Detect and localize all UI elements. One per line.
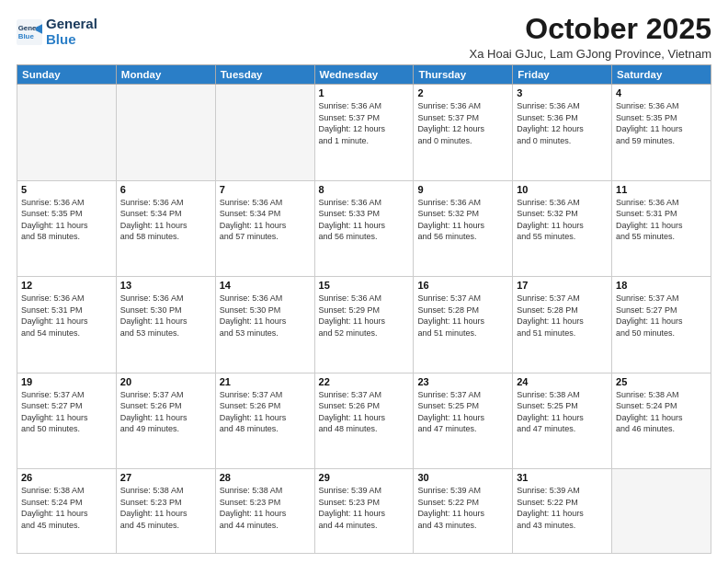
week-row-1: 5Sunrise: 5:36 AM Sunset: 5:35 PM Daylig… [17, 180, 711, 277]
day-info: Sunrise: 5:36 AM Sunset: 5:35 PM Dayligh… [21, 197, 112, 243]
day-info: Sunrise: 5:38 AM Sunset: 5:24 PM Dayligh… [616, 389, 707, 435]
day-info: Sunrise: 5:38 AM Sunset: 5:25 PM Dayligh… [517, 389, 608, 435]
day-number: 13 [120, 280, 211, 291]
day-number: 9 [417, 184, 508, 195]
day-cell: 23Sunrise: 5:37 AM Sunset: 5:25 PM Dayli… [414, 373, 513, 469]
col-thursday: Thursday [414, 65, 513, 85]
day-info: Sunrise: 5:37 AM Sunset: 5:26 PM Dayligh… [319, 389, 410, 435]
day-cell: 26Sunrise: 5:38 AM Sunset: 5:24 PM Dayli… [17, 469, 117, 554]
day-cell: 3Sunrise: 5:36 AM Sunset: 5:36 PM Daylig… [513, 85, 612, 181]
day-number: 17 [517, 280, 608, 291]
day-cell: 18Sunrise: 5:37 AM Sunset: 5:27 PM Dayli… [612, 277, 711, 373]
day-info: Sunrise: 5:36 AM Sunset: 5:30 PM Dayligh… [120, 293, 211, 339]
day-cell: 16Sunrise: 5:37 AM Sunset: 5:28 PM Dayli… [414, 277, 513, 373]
col-tuesday: Tuesday [215, 65, 314, 85]
day-cell: 20Sunrise: 5:37 AM Sunset: 5:26 PM Dayli… [116, 373, 215, 469]
day-info: Sunrise: 5:36 AM Sunset: 5:32 PM Dayligh… [417, 197, 508, 243]
day-info: Sunrise: 5:36 AM Sunset: 5:37 PM Dayligh… [319, 100, 410, 146]
day-number: 24 [517, 376, 608, 387]
day-number: 16 [417, 280, 508, 291]
calendar: Sunday Monday Tuesday Wednesday Thursday… [17, 64, 711, 554]
day-cell: 17Sunrise: 5:37 AM Sunset: 5:28 PM Dayli… [513, 277, 612, 373]
day-info: Sunrise: 5:36 AM Sunset: 5:31 PM Dayligh… [21, 293, 112, 339]
logo-icon: General Blue [17, 19, 42, 45]
month-title: October 2025 [470, 13, 712, 45]
day-number: 29 [319, 472, 410, 483]
day-info: Sunrise: 5:36 AM Sunset: 5:36 PM Dayligh… [517, 100, 608, 146]
week-row-0: 1Sunrise: 5:36 AM Sunset: 5:37 PM Daylig… [17, 85, 711, 181]
day-number: 25 [616, 376, 707, 387]
day-cell [116, 85, 215, 181]
col-friday: Friday [513, 65, 612, 85]
col-monday: Monday [116, 65, 215, 85]
day-number: 10 [517, 184, 608, 195]
day-cell [612, 469, 711, 554]
day-info: Sunrise: 5:36 AM Sunset: 5:32 PM Dayligh… [517, 197, 608, 243]
day-info: Sunrise: 5:36 AM Sunset: 5:35 PM Dayligh… [616, 100, 707, 146]
col-wednesday: Wednesday [314, 65, 414, 85]
day-info: Sunrise: 5:39 AM Sunset: 5:22 PM Dayligh… [417, 485, 508, 531]
day-info: Sunrise: 5:39 AM Sunset: 5:23 PM Dayligh… [319, 485, 410, 531]
day-cell: 22Sunrise: 5:37 AM Sunset: 5:26 PM Dayli… [314, 373, 414, 469]
day-cell: 29Sunrise: 5:39 AM Sunset: 5:23 PM Dayli… [314, 469, 414, 554]
day-cell: 19Sunrise: 5:37 AM Sunset: 5:27 PM Dayli… [17, 373, 117, 469]
day-info: Sunrise: 5:36 AM Sunset: 5:37 PM Dayligh… [417, 100, 508, 146]
day-cell: 4Sunrise: 5:36 AM Sunset: 5:35 PM Daylig… [612, 85, 711, 181]
logo-line2: Blue [46, 31, 76, 47]
day-info: Sunrise: 5:38 AM Sunset: 5:24 PM Dayligh… [21, 485, 112, 531]
day-cell: 24Sunrise: 5:38 AM Sunset: 5:25 PM Dayli… [513, 373, 612, 469]
day-cell: 12Sunrise: 5:36 AM Sunset: 5:31 PM Dayli… [17, 277, 117, 373]
day-info: Sunrise: 5:37 AM Sunset: 5:28 PM Dayligh… [517, 293, 608, 339]
day-info: Sunrise: 5:38 AM Sunset: 5:23 PM Dayligh… [120, 485, 211, 531]
day-info: Sunrise: 5:37 AM Sunset: 5:28 PM Dayligh… [417, 293, 508, 339]
day-info: Sunrise: 5:36 AM Sunset: 5:31 PM Dayligh… [616, 197, 707, 243]
day-cell: 25Sunrise: 5:38 AM Sunset: 5:24 PM Dayli… [612, 373, 711, 469]
day-cell: 28Sunrise: 5:38 AM Sunset: 5:23 PM Dayli… [215, 469, 314, 554]
day-info: Sunrise: 5:37 AM Sunset: 5:27 PM Dayligh… [21, 389, 112, 435]
day-number: 15 [319, 280, 410, 291]
day-number: 22 [319, 376, 410, 387]
logo: General Blue General Blue [17, 17, 97, 47]
day-cell: 1Sunrise: 5:36 AM Sunset: 5:37 PM Daylig… [314, 85, 414, 181]
col-sunday: Sunday [17, 65, 117, 85]
page: General Blue General Blue October 2025 X… [0, 0, 728, 563]
week-row-4: 26Sunrise: 5:38 AM Sunset: 5:24 PM Dayli… [17, 469, 711, 554]
day-info: Sunrise: 5:37 AM Sunset: 5:25 PM Dayligh… [417, 389, 508, 435]
day-number: 8 [319, 184, 410, 195]
day-number: 7 [220, 184, 311, 195]
col-saturday: Saturday [612, 65, 711, 85]
title-block: October 2025 Xa Hoai GJuc, Lam GJong Pro… [470, 13, 712, 61]
day-number: 12 [21, 280, 112, 291]
day-info: Sunrise: 5:37 AM Sunset: 5:26 PM Dayligh… [120, 389, 211, 435]
day-info: Sunrise: 5:37 AM Sunset: 5:26 PM Dayligh… [220, 389, 311, 435]
day-info: Sunrise: 5:36 AM Sunset: 5:30 PM Dayligh… [220, 293, 311, 339]
logo-line1: General [46, 16, 97, 31]
day-cell: 13Sunrise: 5:36 AM Sunset: 5:30 PM Dayli… [116, 277, 215, 373]
calendar-header-row: Sunday Monday Tuesday Wednesday Thursday… [17, 65, 711, 85]
day-number: 5 [21, 184, 112, 195]
day-info: Sunrise: 5:37 AM Sunset: 5:27 PM Dayligh… [616, 293, 707, 339]
day-number: 3 [517, 87, 608, 98]
day-cell: 30Sunrise: 5:39 AM Sunset: 5:22 PM Dayli… [414, 469, 513, 554]
day-number: 6 [120, 184, 211, 195]
day-number: 31 [517, 472, 608, 483]
day-number: 14 [220, 280, 311, 291]
day-cell: 21Sunrise: 5:37 AM Sunset: 5:26 PM Dayli… [215, 373, 314, 469]
day-number: 18 [616, 280, 707, 291]
day-info: Sunrise: 5:36 AM Sunset: 5:29 PM Dayligh… [319, 293, 410, 339]
day-cell [17, 85, 117, 181]
day-number: 28 [220, 472, 311, 483]
day-cell: 15Sunrise: 5:36 AM Sunset: 5:29 PM Dayli… [314, 277, 414, 373]
day-number: 11 [616, 184, 707, 195]
day-cell: 10Sunrise: 5:36 AM Sunset: 5:32 PM Dayli… [513, 180, 612, 277]
week-row-2: 12Sunrise: 5:36 AM Sunset: 5:31 PM Dayli… [17, 277, 711, 373]
svg-text:Blue: Blue [18, 32, 35, 40]
day-number: 2 [417, 87, 508, 98]
day-cell: 14Sunrise: 5:36 AM Sunset: 5:30 PM Dayli… [215, 277, 314, 373]
day-number: 1 [319, 87, 410, 98]
logo-text: General Blue [46, 17, 97, 47]
day-number: 27 [120, 472, 211, 483]
day-cell: 11Sunrise: 5:36 AM Sunset: 5:31 PM Dayli… [612, 180, 711, 277]
day-cell: 27Sunrise: 5:38 AM Sunset: 5:23 PM Dayli… [116, 469, 215, 554]
day-cell: 5Sunrise: 5:36 AM Sunset: 5:35 PM Daylig… [17, 180, 117, 277]
